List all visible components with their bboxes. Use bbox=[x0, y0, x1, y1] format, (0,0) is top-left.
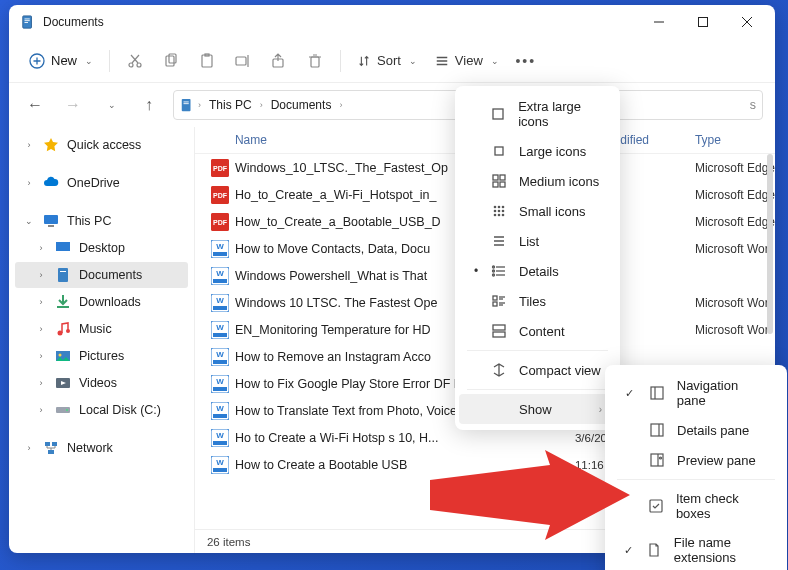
delete-button[interactable] bbox=[298, 45, 332, 77]
breadcrumb-documents[interactable]: Documents bbox=[267, 96, 336, 114]
svg-rect-54 bbox=[213, 252, 227, 256]
svg-rect-30 bbox=[184, 103, 189, 104]
nav-this-pc[interactable]: ⌄This PC bbox=[15, 208, 188, 234]
rename-button[interactable] bbox=[226, 45, 260, 77]
svg-rect-31 bbox=[44, 215, 58, 224]
view-compact[interactable]: Compact view bbox=[459, 355, 616, 385]
view-details[interactable]: •Details bbox=[459, 256, 616, 286]
cloud-icon bbox=[43, 175, 59, 191]
chevron-down-icon: ⌄ bbox=[85, 56, 93, 66]
word-icon: W bbox=[211, 267, 229, 285]
nav-network[interactable]: ›Network bbox=[15, 435, 188, 461]
chevron-right-icon: › bbox=[599, 404, 602, 415]
cut-button[interactable] bbox=[118, 45, 152, 77]
word-icon: W bbox=[211, 294, 229, 312]
svg-point-94 bbox=[502, 214, 505, 217]
nav-documents[interactable]: ›Documents bbox=[15, 262, 188, 288]
pictures-icon bbox=[55, 348, 71, 364]
sort-icon bbox=[357, 54, 371, 68]
file-type: Microsoft Edge bbox=[695, 161, 775, 175]
separator bbox=[109, 50, 110, 72]
svg-line-14 bbox=[131, 55, 138, 63]
svg-rect-29 bbox=[184, 102, 189, 103]
svg-point-43 bbox=[66, 409, 68, 411]
item-count: 26 items bbox=[207, 536, 250, 548]
maximize-button[interactable] bbox=[681, 7, 725, 37]
nav-quick-access[interactable]: ›Quick access bbox=[15, 132, 188, 158]
column-type[interactable]: Type bbox=[695, 133, 775, 147]
svg-rect-5 bbox=[699, 18, 708, 27]
view-tiles[interactable]: Tiles bbox=[459, 286, 616, 316]
view-extra-large[interactable]: Extra large icons bbox=[459, 92, 616, 136]
nav-onedrive[interactable]: ›OneDrive bbox=[15, 170, 188, 196]
paste-icon bbox=[199, 53, 215, 69]
address-bar-row: ← → ⌄ ↑ › This PC › Documents › s bbox=[9, 83, 775, 127]
view-button[interactable]: View ⌄ bbox=[427, 49, 507, 72]
breadcrumb-this-pc[interactable]: This PC bbox=[205, 96, 256, 114]
forward-button[interactable]: → bbox=[59, 91, 87, 119]
chevron-right-icon: › bbox=[35, 243, 47, 253]
nav-music[interactable]: ›Music bbox=[15, 316, 188, 342]
paste-button[interactable] bbox=[190, 45, 224, 77]
documents-icon bbox=[180, 98, 194, 112]
view-show[interactable]: Show› bbox=[459, 394, 616, 424]
word-icon: W bbox=[211, 456, 229, 474]
new-button[interactable]: New ⌄ bbox=[21, 49, 101, 73]
back-button[interactable]: ← bbox=[21, 91, 49, 119]
chevron-right-icon: › bbox=[35, 405, 47, 415]
svg-rect-111 bbox=[493, 332, 505, 337]
up-button[interactable]: ↑ bbox=[135, 91, 163, 119]
nav-pictures[interactable]: ›Pictures bbox=[15, 343, 188, 369]
recent-button[interactable]: ⌄ bbox=[97, 91, 125, 119]
svg-rect-44 bbox=[45, 442, 50, 446]
titlebar: Documents bbox=[9, 5, 775, 39]
svg-text:W: W bbox=[216, 323, 224, 332]
chevron-right-icon: › bbox=[35, 297, 47, 307]
show-checkboxes[interactable]: Item check boxes bbox=[609, 484, 783, 528]
svg-rect-57 bbox=[213, 279, 227, 283]
view-content[interactable]: Content bbox=[459, 316, 616, 346]
file-type: Microsoft Edge bbox=[695, 188, 775, 202]
more-button[interactable]: ••• bbox=[509, 45, 543, 77]
svg-point-40 bbox=[59, 354, 62, 357]
show-preview-pane[interactable]: Preview pane bbox=[609, 445, 783, 475]
svg-point-101 bbox=[493, 266, 495, 268]
minimize-button[interactable] bbox=[637, 7, 681, 37]
pdf-icon: PDF bbox=[211, 186, 229, 204]
chevron-right-icon: › bbox=[35, 378, 47, 388]
svg-rect-119 bbox=[650, 500, 662, 512]
close-button[interactable] bbox=[725, 7, 769, 37]
svg-text:PDF: PDF bbox=[213, 165, 228, 172]
view-list[interactable]: List bbox=[459, 226, 616, 256]
svg-line-13 bbox=[132, 55, 139, 63]
nav-desktop[interactable]: ›Desktop bbox=[15, 235, 188, 261]
nav-videos[interactable]: ›Videos bbox=[15, 370, 188, 396]
view-small[interactable]: Small icons bbox=[459, 196, 616, 226]
chevron-right-icon: › bbox=[35, 324, 47, 334]
nav-downloads[interactable]: ›Downloads bbox=[15, 289, 188, 315]
svg-rect-60 bbox=[213, 306, 227, 310]
chevron-right-icon: › bbox=[260, 100, 263, 110]
scrollbar[interactable] bbox=[767, 154, 773, 334]
svg-text:W: W bbox=[216, 296, 224, 305]
view-label: View bbox=[455, 53, 483, 68]
navigation-pane[interactable]: ›Quick access ›OneDrive ⌄This PC ›Deskto… bbox=[9, 127, 195, 553]
svg-text:W: W bbox=[216, 377, 224, 386]
sort-button[interactable]: Sort ⌄ bbox=[349, 49, 425, 72]
copy-button[interactable] bbox=[154, 45, 188, 77]
show-details-pane[interactable]: Details pane bbox=[609, 415, 783, 445]
chevron-right-icon: › bbox=[339, 100, 342, 110]
nav-local-disk[interactable]: ›Local Disk (C:) bbox=[15, 397, 188, 423]
file-type: Microsoft Wor bbox=[695, 242, 775, 256]
view-medium[interactable]: Medium icons bbox=[459, 166, 616, 196]
chevron-right-icon: › bbox=[198, 100, 201, 110]
svg-rect-84 bbox=[493, 182, 498, 187]
view-large[interactable]: Large icons bbox=[459, 136, 616, 166]
svg-point-93 bbox=[498, 214, 501, 217]
share-button[interactable] bbox=[262, 45, 296, 77]
chevron-down-icon: ⌄ bbox=[491, 56, 499, 66]
svg-rect-3 bbox=[25, 22, 29, 23]
search-hint: s bbox=[750, 98, 756, 112]
show-extensions[interactable]: ✓File name extensions bbox=[609, 528, 783, 570]
show-nav-pane[interactable]: ✓Navigation pane bbox=[609, 371, 783, 415]
